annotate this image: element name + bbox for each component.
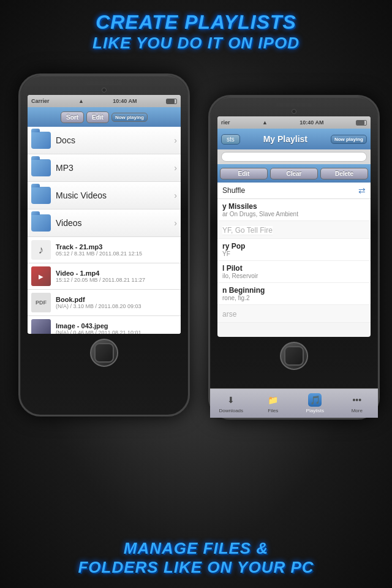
chevron-videos: ›: [174, 218, 177, 228]
playlist-item-3[interactable]: l Pilot ilo, Reservoir: [217, 261, 371, 283]
folder-label-docs: Docs: [56, 135, 174, 145]
chevron-docs: ›: [174, 135, 177, 145]
phone-right: rier ▲ 10:40 AM sts My Playlist Now play…: [208, 95, 380, 420]
thumb-video1: ▶: [31, 266, 51, 286]
playlist-search-area: [217, 149, 371, 164]
info-book: Book.pdf (N/A) / 3.10 MB / 2011.08.20 09…: [56, 296, 177, 309]
now-playing-button-left[interactable]: Now playing: [111, 113, 148, 122]
time-right: 10:40 AM: [300, 119, 323, 126]
right-screen: rier ▲ 10:40 AM sts My Playlist Now play…: [217, 116, 371, 337]
playlist-back-button[interactable]: sts: [221, 134, 240, 145]
thumb-book: PDF: [31, 293, 51, 312]
name-book: Book.pdf: [56, 296, 177, 303]
status-bar-right: rier ▲ 10:40 AM: [217, 116, 371, 129]
playlist-toolbar: Edit Clear Delete: [217, 164, 371, 183]
bottom-text-block: MANAGE FILES & FOLDERS LIKE ON YOUR PC: [0, 539, 392, 577]
img-thumb-icon: [31, 319, 51, 334]
top-line2: LIKE YOU DO IT ON IPOD: [0, 34, 392, 53]
info-track21: Track - 21.mp3 05:12 / 8.31 MB / 2011.08…: [56, 243, 177, 257]
name-track21: Track - 21.mp3: [56, 243, 177, 251]
toolbar-left: Sort Edit Now playing: [28, 107, 181, 127]
music-note-icon: ♪: [39, 244, 44, 257]
bottom-line2: FOLDERS LIKE ON YOUR PC: [0, 558, 392, 577]
home-button-inner-right: [284, 346, 304, 366]
file-image043[interactable]: Image - 043.jpeg (N/A) / 0.46 MB / 2011.…: [28, 316, 181, 334]
speaker-top-left: [86, 81, 123, 85]
file-track21[interactable]: ♪ Track - 21.mp3 05:12 / 8.31 MB / 2011.…: [28, 237, 181, 263]
edit-button-left[interactable]: Edit: [86, 111, 109, 123]
name-image043: Image - 043.jpeg: [56, 322, 177, 330]
left-screen: Carrier ▲ 10:40 AM Sort Edit Now playing…: [28, 95, 181, 334]
speaker-top-right: [276, 103, 312, 107]
top-line1: CREATE PLAYLISTS: [0, 11, 392, 34]
thumb-image043: [31, 319, 51, 334]
folder-list: Docs › MP3 › Music Videos › Videos ›: [28, 127, 181, 334]
shuffle-row[interactable]: Shuffle ⇄: [217, 183, 371, 199]
home-button-inner-left: [94, 343, 114, 363]
folder-label-videos: Videos: [56, 218, 174, 228]
battery-left: [166, 99, 177, 104]
artist-3: ilo, Reservoir: [222, 273, 366, 279]
sort-button[interactable]: Sort: [61, 111, 84, 123]
folder-icon-docs: [31, 132, 51, 149]
camera-right: [292, 109, 296, 114]
now-playing-button-right[interactable]: Now playing: [331, 135, 367, 144]
meta-book: (N/A) / 3.10 MB / 2011.08.20 09:03: [56, 303, 177, 309]
folder-label-mp3: MP3: [56, 163, 174, 173]
chevron-music-videos: ›: [174, 190, 177, 200]
delete-button[interactable]: Delete: [320, 168, 368, 179]
top-text-block: CREATE PLAYLISTS LIKE YOU DO IT ON IPOD: [0, 11, 392, 53]
folder-icon-videos: [31, 214, 51, 232]
bottom-line1: MANAGE FILES &: [0, 539, 392, 558]
search-bar-playlist[interactable]: [221, 152, 367, 162]
shuffle-icon: ⇄: [358, 186, 366, 195]
playlist-item-2[interactable]: ry Pop YF: [217, 239, 371, 261]
home-button-left[interactable]: [90, 339, 118, 367]
time-left: 10:40 AM: [113, 98, 137, 104]
artist-0: ar On Drugs, Slave Ambient: [222, 211, 366, 217]
carrier-left: Carrier: [31, 98, 50, 104]
wifi-icon-right: ▲: [262, 119, 268, 126]
folder-docs[interactable]: Docs ›: [28, 127, 181, 154]
playlist-item-0[interactable]: y Missiles ar On Drugs, Slave Ambient: [217, 199, 371, 221]
song-2: ry Pop: [222, 242, 366, 251]
info-video1: Video - 1.mp4 15:12 / 20.05 MB / 2011.08…: [56, 270, 177, 283]
folder-label-music-videos: Music Videos: [56, 190, 174, 200]
file-video1[interactable]: ▶ Video - 1.mp4 15:12 / 20.05 MB / 2011.…: [28, 263, 181, 290]
edit-button-right[interactable]: Edit: [220, 168, 268, 179]
playlist-header: sts My Playlist Now playing: [217, 129, 371, 149]
info-image043: Image - 043.jpeg (N/A) / 0.46 MB / 2011.…: [56, 322, 177, 334]
battery-right: [356, 120, 367, 126]
playlist-item-5: arse: [217, 305, 371, 323]
title-only-5: arse: [222, 310, 236, 318]
pdf-thumb-icon: PDF: [31, 293, 51, 312]
clear-button[interactable]: Clear: [270, 168, 318, 179]
song-3: l Pilot: [222, 264, 366, 273]
wifi-icon-left: ▲: [78, 98, 84, 104]
artist-2: YF: [222, 251, 366, 257]
shuffle-label: Shuffle: [222, 186, 245, 195]
carrier-right: rier: [221, 119, 230, 126]
meta-video1: 15:12 / 20.05 MB / 2011.08.21 11:27: [56, 277, 177, 283]
folder-icon-mp3: [31, 159, 51, 176]
folder-mp3[interactable]: MP3 ›: [28, 154, 181, 182]
playlist-title: My Playlist: [263, 134, 307, 144]
folder-icon-music-videos: [31, 187, 51, 204]
meta-track21: 05:12 / 8.31 MB / 2011.08.21 12:15: [56, 251, 177, 257]
home-button-right[interactable]: [280, 342, 308, 370]
video-thumb-icon: ▶: [31, 266, 51, 286]
thumb-track21: ♪: [31, 240, 51, 260]
meta-image043: (N/A) / 0.46 MB / 2011.08.21 10:01: [56, 330, 177, 334]
camera-left: [102, 88, 107, 92]
title-only-1: YF, Go Tell Fire: [222, 226, 273, 235]
phone-left: Carrier ▲ 10:40 AM Sort Edit Now playing…: [18, 74, 190, 417]
chevron-mp3: ›: [174, 163, 177, 173]
status-bar-left: Carrier ▲ 10:40 AM: [28, 95, 181, 107]
folder-music-videos[interactable]: Music Videos ›: [28, 182, 181, 209]
folder-videos[interactable]: Videos ›: [28, 209, 181, 237]
file-book[interactable]: PDF Book.pdf (N/A) / 3.10 MB / 2011.08.2…: [28, 290, 181, 316]
name-video1: Video - 1.mp4: [56, 270, 177, 277]
artist-4: rone, fig.2: [222, 295, 366, 301]
playlist-item-4[interactable]: n Beginning rone, fig.2: [217, 283, 371, 305]
song-4: n Beginning: [222, 286, 366, 295]
